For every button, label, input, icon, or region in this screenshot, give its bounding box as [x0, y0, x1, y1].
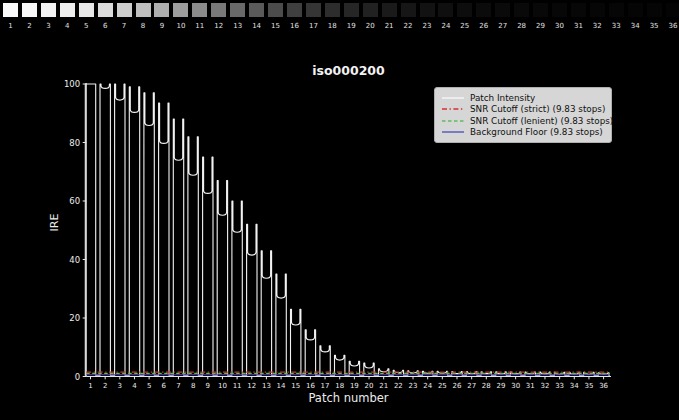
svg-text:15: 15 [291, 382, 300, 390]
svg-text:23: 23 [409, 382, 418, 390]
svg-text:11: 11 [233, 382, 242, 390]
legend: Patch Intensity SNR Cutoff (strict) (9.8… [434, 87, 612, 143]
svg-text:16: 16 [306, 382, 315, 390]
svg-text:2: 2 [103, 382, 107, 390]
svg-text:8: 8 [191, 382, 195, 390]
svg-text:21: 21 [379, 382, 388, 390]
x-axis-label: Patch number [86, 391, 611, 405]
legend-swatch-solid-blue-icon [441, 129, 465, 135]
svg-text:26: 26 [453, 382, 462, 390]
svg-text:22: 22 [394, 382, 403, 390]
svg-text:9: 9 [206, 382, 210, 390]
legend-swatch-dashed-green-icon [441, 118, 465, 124]
figure: 1234567891011121314151617181920212223242… [0, 0, 679, 420]
svg-text:7: 7 [176, 382, 180, 390]
svg-text:0: 0 [75, 372, 80, 382]
svg-text:32: 32 [540, 382, 549, 390]
svg-text:60: 60 [69, 196, 80, 206]
svg-text:25: 25 [438, 382, 447, 390]
legend-item-background-floor: Background Floor (9.83 stops) [441, 127, 604, 139]
svg-text:14: 14 [277, 382, 286, 390]
legend-item-patch-intensity: Patch Intensity [441, 92, 604, 104]
svg-text:19: 19 [350, 382, 359, 390]
plot-area: 0204060801001234567891011121314151617181… [0, 0, 679, 420]
svg-text:20: 20 [365, 382, 374, 390]
svg-text:31: 31 [526, 382, 535, 390]
svg-text:3: 3 [118, 382, 122, 390]
svg-text:35: 35 [584, 382, 593, 390]
y-axis-label: IRE [48, 193, 61, 253]
legend-label: Patch Intensity [470, 93, 535, 103]
svg-text:40: 40 [69, 255, 80, 265]
svg-text:20: 20 [69, 313, 80, 323]
svg-text:4: 4 [132, 382, 137, 390]
legend-label: SNR Cutoff (strict) (9.83 stops) [470, 104, 605, 114]
svg-text:33: 33 [555, 382, 564, 390]
svg-text:28: 28 [482, 382, 491, 390]
svg-text:1: 1 [88, 382, 92, 390]
svg-text:27: 27 [467, 382, 476, 390]
legend-label: Background Floor (9.83 stops) [470, 127, 603, 137]
svg-text:5: 5 [147, 382, 151, 390]
svg-text:17: 17 [321, 382, 330, 390]
svg-text:34: 34 [570, 382, 579, 390]
svg-text:13: 13 [262, 382, 271, 390]
legend-item-snr-strict: SNR Cutoff (strict) (9.83 stops) [441, 104, 604, 116]
svg-text:24: 24 [423, 382, 432, 390]
svg-text:29: 29 [497, 382, 506, 390]
svg-text:100: 100 [64, 79, 80, 89]
svg-text:30: 30 [511, 382, 520, 390]
svg-text:18: 18 [335, 382, 344, 390]
legend-label: SNR Cutoff (lenient) (9.83 stops) [470, 116, 613, 126]
svg-text:12: 12 [247, 382, 256, 390]
legend-item-snr-lenient: SNR Cutoff (lenient) (9.83 stops) [441, 115, 604, 127]
svg-text:6: 6 [162, 382, 167, 390]
svg-text:10: 10 [218, 382, 227, 390]
legend-swatch-dashdot-red-icon [441, 106, 465, 112]
legend-swatch-solid-white-icon [441, 95, 465, 101]
svg-text:80: 80 [69, 138, 80, 148]
svg-text:36: 36 [599, 382, 608, 390]
